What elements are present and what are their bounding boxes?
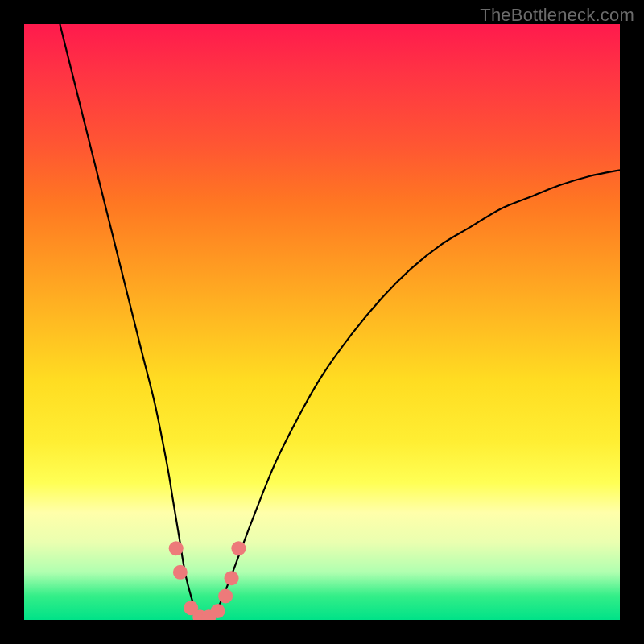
data-marker [211, 604, 225, 618]
chart-frame: TheBottleneck.com [0, 0, 644, 644]
data-marker [218, 588, 233, 603]
chart-svg [24, 24, 620, 620]
data-marker [173, 565, 188, 580]
data-marker [169, 541, 184, 555]
data-marker [225, 571, 239, 585]
plot-area [24, 24, 620, 620]
curve-markers [169, 541, 246, 620]
bottleneck-curve [60, 24, 620, 620]
watermark-label: TheBottleneck.com [480, 5, 634, 26]
data-marker [231, 541, 246, 555]
